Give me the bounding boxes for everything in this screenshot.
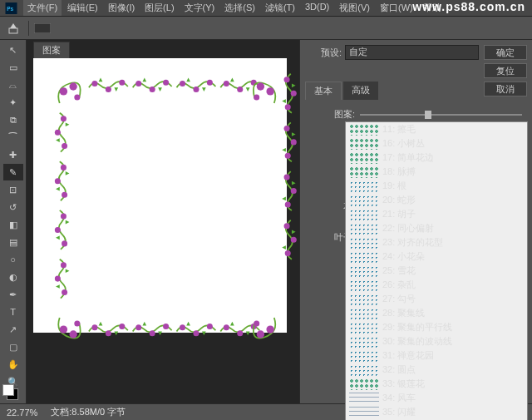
toolbox: ↖ ▭ ⌓ ✦ ⧉ ⁀ ✚ ✎ ⊡ ↺ ◧ ▤ ○ ◐ ✒ T ↗ ▢ ✋ 🔍 (0, 40, 27, 406)
wand-tool[interactable]: ✦ (3, 94, 23, 111)
pattern-option[interactable]: 35: 闪耀 (346, 405, 527, 419)
pattern-option[interactable]: 23: 对齐的花型 (346, 235, 527, 250)
menu-items: 文件(F)编辑(E)图像(I)图层(L)文字(Y)选择(S)滤镜(T)3D(D)… (23, 0, 446, 16)
pattern-label: 30: 聚集的波动线 (382, 335, 452, 348)
color-swatch[interactable] (5, 387, 22, 400)
menu-item[interactable]: 编辑(E) (63, 0, 102, 16)
canvas[interactable] (33, 58, 287, 333)
pattern-label: 33: 银莲花 (382, 378, 425, 390)
pattern-thumb (349, 308, 379, 319)
menu-item[interactable]: 视图(V) (335, 0, 374, 16)
pattern-option[interactable]: 22: 同心偏射 (346, 221, 527, 235)
pattern-thumb (349, 180, 379, 192)
pattern-option[interactable]: 33: 银莲花 (346, 377, 527, 391)
pattern-thumb (349, 364, 379, 376)
lasso-tool[interactable]: ⌓ (3, 77, 23, 93)
pattern-option[interactable]: 11: 擦毛 (346, 122, 527, 136)
menu-item[interactable]: 3D(D) (301, 0, 333, 16)
tool-preset-icon[interactable] (5, 18, 25, 38)
pattern-label: 11: 擦毛 (382, 123, 416, 136)
pattern-label: 28: 聚集线 (382, 307, 425, 319)
eyedropper-tool[interactable]: ⁀ (3, 129, 23, 146)
menu-item[interactable]: 文字(Y) (180, 0, 219, 16)
pattern-label: 21: 胡子 (382, 208, 416, 220)
ok-button[interactable]: 确定 (484, 45, 527, 60)
history-brush-tool[interactable]: ↺ (3, 199, 23, 215)
pattern-thumb (349, 322, 379, 334)
pattern-label: 31: 禅意花园 (382, 349, 434, 362)
pattern-option[interactable]: 29: 聚集的平行线 (346, 320, 527, 334)
pattern-dropdown[interactable]: 11: 擦毛16: 小树丛17: 简单花边18: 脉搏19: 根20: 蛇形21… (345, 121, 528, 420)
crop-tool[interactable]: ⧉ (3, 111, 23, 128)
pattern-label: 18: 脉搏 (382, 166, 416, 178)
pattern-option[interactable]: 27: 勾号 (346, 292, 527, 306)
pattern-thumb (349, 152, 379, 164)
doc-info: 文档:8.58M/0 字节 (51, 406, 126, 418)
pattern-option[interactable]: 24: 小花朵 (346, 250, 527, 264)
tab-advanced[interactable]: 高级 (343, 82, 378, 100)
pattern-thumb (349, 336, 379, 348)
svg-text:Ps: Ps (7, 5, 13, 11)
pattern-option[interactable]: 19: 根 (346, 179, 527, 193)
pattern-label: 20: 蛇形 (382, 194, 416, 206)
workspace: ↖ ▭ ⌓ ✦ ⧉ ⁀ ✚ ✎ ⊡ ↺ ◧ ▤ ○ ◐ ✒ T ↗ ▢ ✋ 🔍 … (0, 40, 532, 406)
pattern-option[interactable]: 16: 小树丛 (346, 136, 527, 151)
brush-swatch-icon[interactable] (32, 18, 52, 38)
pattern-option[interactable]: 18: 脉搏 (346, 165, 527, 179)
pattern-thumb (349, 265, 379, 277)
pattern-label: 29: 聚集的平行线 (382, 321, 452, 334)
pattern-label: 17: 简单花边 (382, 151, 434, 164)
move-tool[interactable]: ↖ (3, 42, 23, 58)
options-bar (0, 17, 532, 40)
pattern-label: 35: 闪耀 (382, 406, 416, 418)
pattern-option[interactable]: 28: 聚集线 (346, 306, 527, 320)
pattern-option[interactable]: 20: 蛇形 (346, 193, 527, 207)
pattern-option[interactable]: 17: 简单花边 (346, 151, 527, 165)
doc-title: 图案 (33, 42, 70, 59)
blur-tool[interactable]: ○ (3, 251, 23, 268)
pattern-thumb (349, 223, 379, 235)
heal-tool[interactable]: ✚ (3, 146, 23, 163)
menu-item[interactable]: 图层(L) (140, 0, 178, 16)
pattern-label: 16: 小树丛 (382, 137, 425, 150)
frame-artwork (50, 73, 303, 348)
pattern-option[interactable]: 31: 禅意花园 (346, 348, 527, 363)
preset-select[interactable]: 自定 (345, 45, 479, 60)
pattern-thumb (349, 195, 379, 206)
reset-button[interactable]: 复位 (484, 63, 527, 78)
pattern-option[interactable]: 21: 胡子 (346, 207, 527, 221)
pattern-option[interactable]: 30: 聚集的波动线 (346, 334, 527, 348)
zoom-level: 22.77% (7, 408, 37, 418)
menu-item[interactable]: 选择(S) (220, 0, 259, 16)
menu-item[interactable]: 图像(I) (104, 0, 139, 16)
slider[interactable] (360, 114, 522, 116)
pattern-thumb (349, 138, 379, 150)
cancel-button[interactable]: 取消 (484, 82, 527, 96)
pattern-label: 23: 对齐的花型 (382, 236, 443, 249)
shape-tool[interactable]: ▢ (3, 338, 23, 355)
gradient-tool[interactable]: ▤ (3, 234, 23, 250)
menu-item[interactable]: 滤镜(T) (261, 0, 299, 16)
hand-tool[interactable]: ✋ (3, 356, 23, 373)
pattern-label: 19: 根 (382, 180, 406, 192)
marquee-tool[interactable]: ▭ (3, 59, 23, 76)
watermark: www.ps88.com.cn (412, 0, 525, 13)
pattern-option[interactable]: 34: 风车 (346, 391, 527, 405)
type-tool[interactable]: T (3, 304, 23, 320)
dodge-tool[interactable]: ◐ (3, 269, 23, 285)
menu-item[interactable]: 文件(F) (23, 0, 62, 16)
stamp-tool[interactable]: ⊡ (3, 181, 23, 198)
preset-label: 预设: (305, 47, 342, 59)
pattern-label: 32: 圆点 (382, 363, 416, 376)
pattern-option[interactable]: 25: 雪花 (346, 264, 527, 278)
pen-tool[interactable]: ✒ (3, 286, 23, 303)
pattern-option[interactable]: 26: 杂乱 (346, 278, 527, 292)
pattern-thumb (349, 393, 379, 404)
menu-item[interactable]: 窗口(W) (376, 0, 417, 16)
pattern-label: 34: 风车 (382, 392, 416, 404)
pattern-option[interactable]: 32: 圆点 (346, 363, 527, 377)
path-tool[interactable]: ↗ (3, 321, 23, 338)
tab-basic[interactable]: 基本 (305, 82, 342, 100)
eraser-tool[interactable]: ◧ (3, 216, 23, 233)
brush-tool[interactable]: ✎ (3, 164, 23, 180)
